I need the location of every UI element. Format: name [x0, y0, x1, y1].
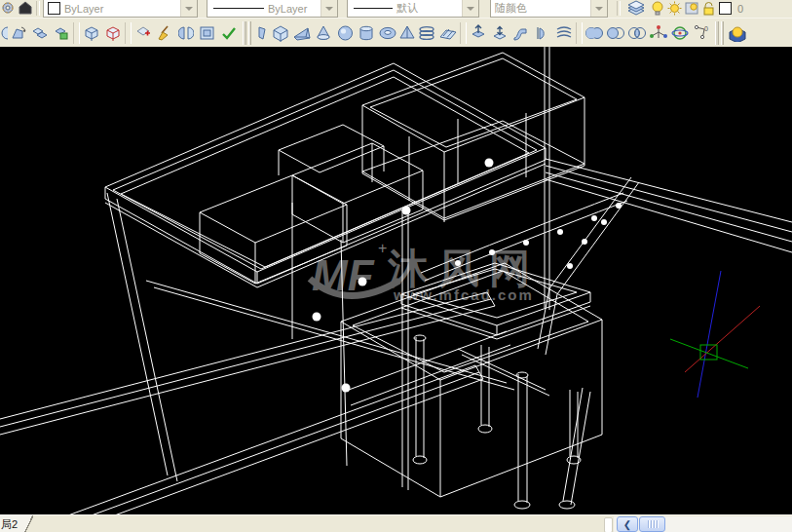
3d-rotate-button[interactable]	[669, 21, 691, 45]
toolbar-grip[interactable]	[243, 21, 251, 45]
taper-faces-button[interactable]	[8, 21, 29, 45]
toolbar-separator	[36, 1, 40, 16]
imprint-button[interactable]	[132, 21, 154, 45]
layer-name: 0	[735, 3, 743, 15]
toolbar-separator	[460, 22, 467, 44]
chair	[401, 177, 639, 509]
toolbar-separator	[617, 1, 621, 16]
copy-faces-button[interactable]	[29, 21, 51, 45]
color-control-combo[interactable]: ByLayer	[43, 0, 198, 18]
layer-control-combo[interactable]: 0	[651, 0, 743, 17]
modeling-toolbar: 0	[0, 18, 792, 48]
toolbar-grip[interactable]	[715, 21, 724, 45]
toolbar-separator	[125, 22, 132, 44]
model-space-canvas[interactable]: MF + 沐风网 www.mfcad.com	[0, 47, 792, 514]
sweep-button[interactable]	[510, 21, 532, 45]
polysolid-button[interactable]	[254, 21, 270, 45]
copy-edges-button[interactable]	[81, 21, 102, 45]
scroll-left-arrow-icon: ❮	[623, 519, 631, 530]
tab-edge	[23, 515, 34, 532]
revolve-button[interactable]	[532, 21, 553, 45]
chevron-down-icon[interactable]	[590, 0, 607, 17]
shell-button[interactable]	[197, 21, 218, 45]
extrude-button[interactable]	[468, 21, 489, 45]
ucs-z-axis	[698, 271, 721, 398]
cone-button[interactable]	[313, 21, 334, 45]
ucs-icon	[670, 271, 760, 398]
intersect-button[interactable]	[626, 21, 648, 45]
box-button[interactable]	[270, 21, 291, 45]
clean-button[interactable]	[154, 21, 175, 45]
planar-surface-button[interactable]	[437, 21, 459, 45]
thumb-grip	[648, 520, 658, 528]
clipped-button[interactable]	[0, 21, 8, 45]
toolbar-separator	[73, 22, 80, 44]
torus-button[interactable]	[377, 21, 398, 45]
check-button[interactable]	[218, 21, 240, 45]
watermark-logo: MF	[312, 251, 375, 299]
status-bar: 局2 ❮	[0, 514, 792, 532]
3d-move-button[interactable]	[648, 21, 669, 45]
properties-toolbar: ByLayer ByLayer 默认 随颜色 0	[0, 0, 792, 18]
color-faces-button[interactable]	[51, 21, 72, 45]
linetype-control-value: ByLayer	[268, 3, 307, 15]
chevron-down-icon[interactable]	[321, 0, 337, 17]
viewport-freeze-icon	[685, 1, 699, 16]
color-control-value: ByLayer	[64, 3, 103, 15]
plotstyle-control-value: 随颜色	[495, 1, 527, 16]
floor-boards	[0, 292, 495, 514]
toolbar-separator	[576, 22, 583, 44]
linetype-control-combo[interactable]: ByLayer	[207, 0, 338, 18]
wall-rail	[546, 159, 792, 252]
separate-button[interactable]	[175, 21, 197, 45]
scrollbar-splitter[interactable]	[604, 517, 613, 532]
pyramid-button[interactable]	[398, 21, 416, 45]
ucs-y-axis	[670, 339, 748, 368]
sphere-button[interactable]	[334, 21, 356, 45]
lineweight-control-value: 默认	[396, 1, 418, 16]
ucs-origin-box	[700, 345, 717, 360]
layer-color-swatch	[719, 2, 732, 15]
helix-button[interactable]	[416, 21, 437, 45]
chevron-down-icon[interactable]	[462, 0, 478, 17]
color-edges-button[interactable]	[102, 21, 124, 45]
layout-tab-label: 局2	[1, 517, 18, 532]
plotstyle-control-combo[interactable]: 随颜色	[490, 0, 608, 18]
lineweight-sample	[354, 8, 393, 9]
properties-gear-icon[interactable]	[1, 0, 16, 16]
unlock-icon	[702, 1, 715, 16]
autocad-window: { "colors": { "toolbar_bg": "#ece9d8", "…	[0, 0, 792, 532]
cylinder-button[interactable]	[356, 21, 377, 45]
bulb-on-icon	[651, 1, 664, 16]
loft-button[interactable]	[553, 21, 575, 45]
union-button[interactable]	[584, 21, 605, 45]
presspull-button[interactable]	[489, 21, 510, 45]
subtract-button[interactable]	[605, 21, 626, 45]
current-color-swatch	[48, 2, 60, 15]
lineweight-control-combo[interactable]: 默认	[347, 0, 479, 18]
scrollbar-thumb[interactable]	[639, 516, 665, 532]
svg-text:0: 0	[704, 25, 708, 32]
render-button[interactable]	[727, 21, 748, 45]
ucs-x-axis	[685, 306, 760, 372]
scroll-left-button[interactable]: ❮	[617, 516, 638, 532]
linetype-sample	[213, 8, 264, 9]
3d-align-button[interactable]: 0	[691, 21, 712, 45]
watermark-sparkle: +	[378, 240, 387, 256]
layer-manager-icon[interactable]	[626, 0, 646, 17]
sun-icon	[667, 1, 682, 16]
chevron-down-icon[interactable]	[180, 0, 197, 17]
watermark-title: 沐风网	[387, 246, 540, 291]
wedge-button[interactable]	[291, 21, 313, 45]
stamp-icon[interactable]	[18, 1, 33, 16]
